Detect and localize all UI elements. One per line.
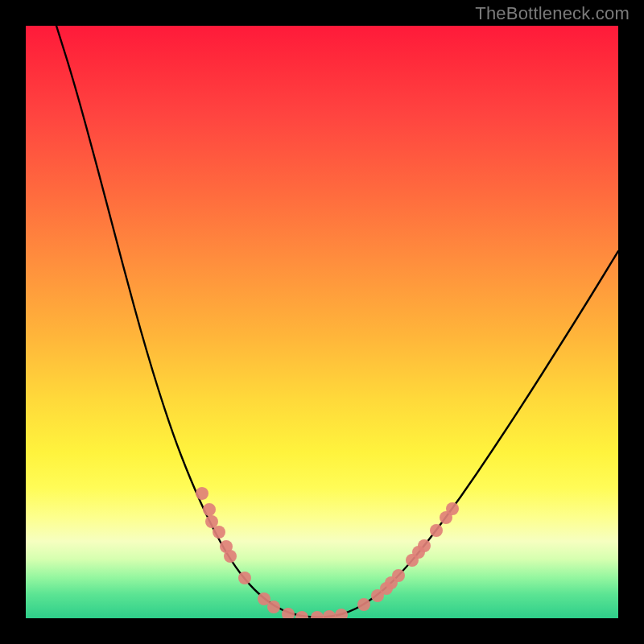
left-marker-group <box>196 487 348 618</box>
data-marker <box>335 609 348 618</box>
data-marker <box>203 503 216 516</box>
data-marker <box>196 487 208 500</box>
data-marker <box>295 611 308 618</box>
right-marker-group <box>357 502 459 611</box>
chart-frame: TheBottleneck.com <box>0 0 644 644</box>
data-marker <box>323 610 336 618</box>
data-marker <box>224 550 237 563</box>
bottleneck-curve <box>56 26 618 617</box>
data-marker <box>357 598 370 611</box>
data-marker <box>205 515 218 528</box>
data-marker <box>446 502 459 515</box>
data-marker <box>418 539 431 552</box>
data-marker <box>213 526 225 539</box>
data-marker <box>392 569 405 582</box>
watermark-text: TheBottleneck.com <box>475 3 630 24</box>
data-marker <box>430 524 443 537</box>
data-marker <box>282 608 295 618</box>
chart-svg <box>26 26 618 618</box>
data-marker <box>267 601 280 613</box>
data-marker <box>311 611 324 618</box>
data-marker <box>238 572 251 584</box>
plot-area <box>26 26 618 618</box>
